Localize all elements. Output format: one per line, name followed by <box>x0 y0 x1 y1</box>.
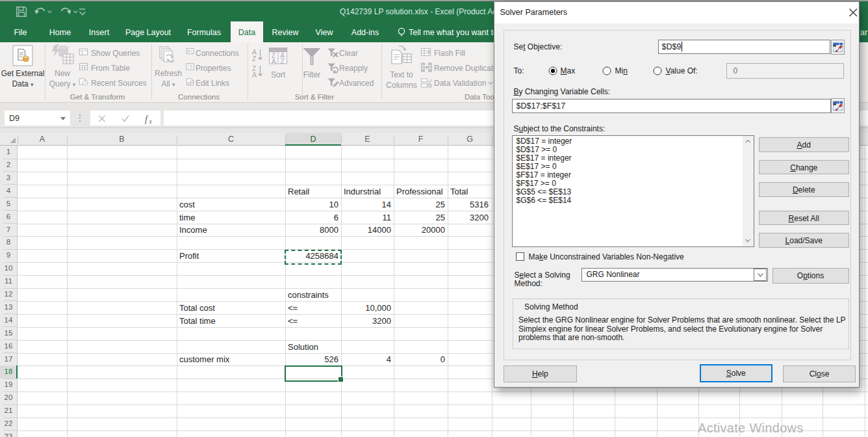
svg-text:Z: Z <box>252 55 257 62</box>
svg-text:x: x <box>149 118 153 125</box>
svg-text:A: A <box>252 71 257 79</box>
svg-text:A: A <box>272 58 276 65</box>
svg-text:f: f <box>145 114 149 124</box>
svg-text:Z: Z <box>281 58 285 65</box>
